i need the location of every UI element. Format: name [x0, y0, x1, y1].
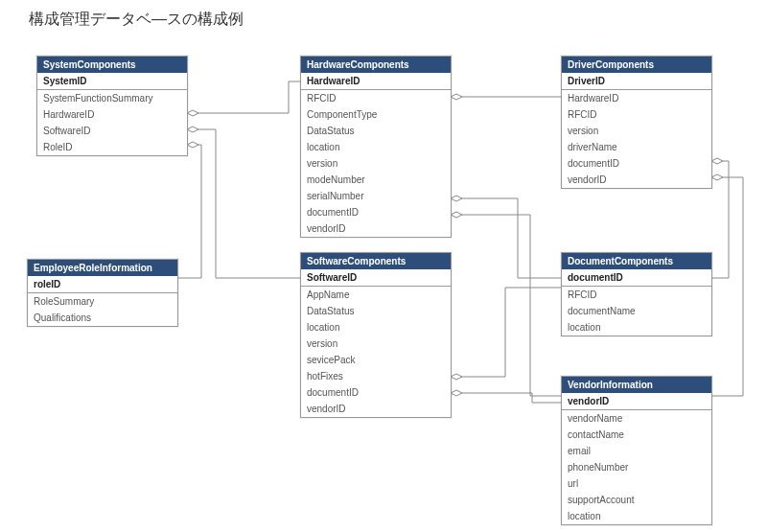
entity-header: SystemComponents	[37, 57, 187, 73]
entity-field: phoneNumber	[562, 459, 711, 475]
entity-field: DataStatus	[301, 123, 451, 139]
entity-field: version	[301, 155, 451, 172]
entity-field: SoftwareID	[37, 123, 187, 139]
entity-driver-components: DriverComponents DriverID HardwareID RFC…	[561, 56, 712, 189]
entity-field: email	[562, 443, 711, 459]
entity-header: VendorInformation	[562, 377, 711, 393]
entity-pk: DriverID	[562, 73, 711, 90]
page-title: 構成管理データベ―スの構成例	[29, 10, 244, 30]
entity-field: version	[562, 123, 711, 139]
entity-pk: HardwareID	[301, 73, 451, 90]
entity-field: AppName	[301, 287, 451, 303]
svg-marker-2	[187, 142, 198, 148]
entity-field: DataStatus	[301, 303, 451, 319]
entity-field: documentID	[301, 384, 451, 401]
entity-field: RoleSummary	[28, 293, 177, 310]
entity-software-components: SoftwareComponents SoftwareID AppName Da…	[300, 252, 452, 418]
entity-field: SystemFunctionSummary	[37, 90, 187, 106]
entity-field: supportAccount	[562, 492, 711, 508]
entity-pk: roleID	[28, 276, 177, 293]
entity-header: EmployeeRoleInformation	[28, 260, 177, 276]
entity-vendor-information: VendorInformation vendorID vendorName co…	[561, 376, 712, 525]
entity-field: sevicePack	[301, 352, 451, 368]
svg-marker-7	[451, 390, 462, 396]
entity-field: hotFixes	[301, 368, 451, 384]
entity-field: Qualifications	[28, 310, 177, 326]
entity-field: RoleID	[37, 139, 187, 155]
entity-field: contactName	[562, 427, 711, 443]
entity-field: version	[301, 335, 451, 352]
entity-field: modeNumber	[301, 172, 451, 188]
entity-hardware-components: HardwareComponents HardwareID RFCID Comp…	[300, 56, 452, 238]
entity-field: documentID	[562, 155, 711, 172]
svg-marker-9	[711, 174, 723, 180]
entity-field: RFCID	[301, 90, 451, 106]
entity-field: RFCID	[562, 287, 711, 303]
entity-field: RFCID	[562, 106, 711, 123]
entity-field: location	[562, 319, 711, 335]
entity-field: location	[301, 319, 451, 335]
svg-marker-3	[451, 94, 462, 100]
entity-header: DriverComponents	[562, 57, 711, 73]
entity-field: ComponentType	[301, 106, 451, 123]
entity-header: SoftwareComponents	[301, 253, 451, 269]
svg-marker-4	[451, 196, 462, 201]
entity-field: location	[562, 508, 711, 524]
entity-pk: SoftwareID	[301, 269, 451, 287]
entity-pk: SystemID	[37, 73, 187, 90]
entity-field: url	[562, 475, 711, 492]
svg-marker-8	[711, 158, 723, 164]
entity-field: vendorID	[301, 401, 451, 417]
entity-field: vendorID	[301, 220, 451, 237]
entity-field: vendorName	[562, 410, 711, 427]
entity-header: HardwareComponents	[301, 57, 451, 73]
entity-field: documentName	[562, 303, 711, 319]
entity-field: serialNumber	[301, 188, 451, 204]
svg-marker-5	[451, 212, 462, 218]
entity-field: driverName	[562, 139, 711, 155]
entity-employee-role-information: EmployeeRoleInformation roleID RoleSumma…	[27, 259, 178, 327]
svg-marker-1	[187, 127, 198, 132]
entity-pk: vendorID	[562, 393, 711, 410]
entity-pk: documentID	[562, 269, 711, 287]
entity-header: DocumentComponents	[562, 253, 711, 269]
entity-field: location	[301, 139, 451, 155]
svg-marker-0	[187, 110, 198, 116]
entity-field: vendorID	[562, 172, 711, 188]
svg-marker-6	[451, 374, 462, 380]
entity-field: documentID	[301, 204, 451, 220]
entity-field: HardwareID	[37, 106, 187, 123]
entity-document-components: DocumentComponents documentID RFCID docu…	[561, 252, 712, 336]
entity-field: HardwareID	[562, 90, 711, 106]
entity-system-components: SystemComponents SystemID SystemFunction…	[36, 56, 188, 156]
